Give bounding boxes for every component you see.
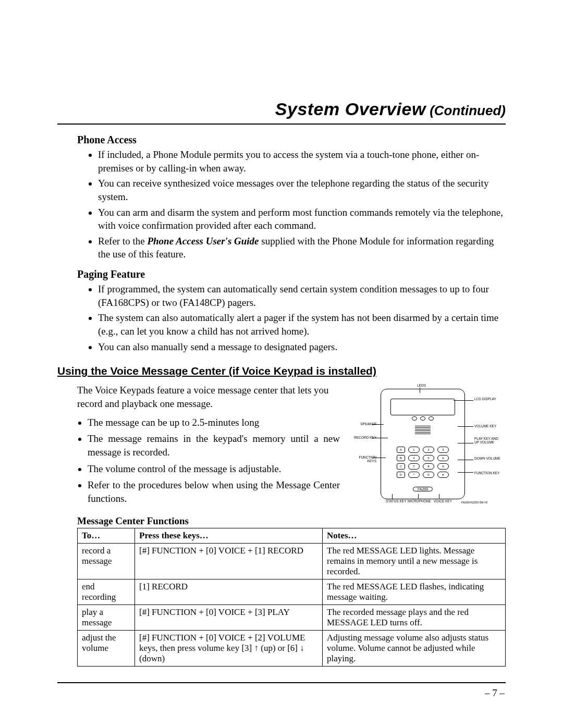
- document-page: System Overview (Continued) Phone Access…: [0, 0, 563, 728]
- cell-to: adjust the volume: [78, 631, 135, 667]
- cell-notes: Adjusting message volume also adjusts st…: [323, 631, 506, 667]
- heading-message-center-functions: Message Center Functions: [77, 515, 506, 527]
- list-item: You can receive synthesized voice messag…: [98, 177, 506, 203]
- heading-phone-access: Phone Access: [77, 134, 506, 146]
- col-header-to: To…: [78, 528, 135, 544]
- label-play-up: PLAY KEY AND UP VOLUME: [474, 437, 500, 444]
- cell-keys: [#] FUNCTION + [0] VOICE + [1] RECORD: [135, 544, 323, 579]
- list-item: You can arm and disarm the system and pe…: [98, 206, 506, 232]
- list-item: The volume control of the message is adj…: [88, 462, 340, 476]
- col-header-keys: Press these keys…: [135, 528, 323, 544]
- table-row: record a message [#] FUNCTION + [0] VOIC…: [78, 544, 506, 579]
- keypad-screen: [390, 399, 455, 415]
- cell-notes: The red MESSAGE LED lights. Message rema…: [323, 544, 506, 579]
- title-divider: [57, 124, 506, 125]
- keypad-model-badge: FA260: [413, 487, 433, 491]
- page-number: – 7 –: [57, 687, 505, 699]
- heading-paging: Paging Feature: [77, 268, 506, 280]
- vmc-text-column: The Voice Keypads feature a voice messag…: [57, 384, 340, 510]
- table-row: adjust the volume [#] FUNCTION + [0] VOI…: [78, 631, 506, 667]
- list-item: Refer to the Phone Access User's Guide s…: [98, 235, 506, 261]
- page-title-block: System Overview (Continued): [57, 99, 506, 119]
- label-part-number: FA260V/6150V-SM-V0: [461, 501, 487, 504]
- label-function-keys: FUNCTION KEYS: [349, 455, 376, 463]
- label-lcd: LCD DISPLAY: [474, 397, 496, 401]
- label-down-volume: DOWN VOLUME: [474, 456, 500, 460]
- table-row: play a message [#] FUNCTION + [0] VOICE …: [78, 605, 506, 631]
- page-title: System Overview: [275, 99, 426, 119]
- message-center-table: To… Press these keys… Notes… record a me…: [77, 528, 506, 667]
- cell-keys: [#] FUNCTION + [0] VOICE + [2] VOLUME ke…: [135, 631, 323, 667]
- table-header-row: To… Press these keys… Notes…: [78, 528, 506, 544]
- cited-guide: Phone Access User's Guide: [147, 236, 259, 246]
- label-status-key: STATUS KEY: [386, 499, 407, 503]
- keypad-diagram: LEDS LCD DISPLAY SPEAKER RECORD KEY FUNC…: [349, 384, 506, 506]
- list-item: The message remains in the keypad's memo…: [88, 432, 340, 459]
- text: Refer to the: [98, 236, 147, 246]
- page-title-continued: (Continued): [426, 103, 506, 118]
- label-voice-key: VOICE KEY: [434, 499, 452, 503]
- keypad-body: A123 B456 C789 D*0# FA260: [381, 389, 465, 499]
- list-item: If programmed, the system can automatica…: [98, 282, 506, 309]
- vmc-two-column: The Voice Keypads feature a voice messag…: [57, 384, 506, 510]
- cell-to: end recording: [78, 579, 135, 605]
- list-item: You can also manually send a message to …: [98, 340, 506, 354]
- cell-notes: The recorded message plays and the red M…: [323, 605, 506, 631]
- footer-divider: [57, 682, 506, 683]
- vmc-intro: The Voice Keypads feature a voice messag…: [77, 384, 340, 410]
- heading-voice-message-center: Using the Voice Message Center (if Voice…: [57, 365, 506, 377]
- label-leds: LEDS: [417, 384, 426, 387]
- phone-access-list: If included, a Phone Module permits you …: [98, 148, 506, 261]
- list-item: If included, a Phone Module permits you …: [98, 148, 506, 175]
- label-microphone: MICROPHONE: [408, 499, 431, 503]
- vmc-list: The message can be up to 2.5-minutes lon…: [88, 416, 340, 505]
- col-header-notes: Notes…: [323, 528, 506, 544]
- list-item: The system can also automatically alert …: [98, 311, 506, 338]
- cell-to: play a message: [78, 605, 135, 631]
- table-row: end recording [1] RECORD The red MESSAGE…: [78, 579, 506, 605]
- label-function-key: FUNCTION KEY: [474, 471, 499, 475]
- list-item: Refer to the procedures below when using…: [88, 478, 340, 505]
- label-volume-key: VOLUME KEY: [474, 424, 496, 428]
- cell-to: record a message: [78, 544, 135, 579]
- list-item: The message can be up to 2.5-minutes lon…: [88, 416, 340, 429]
- cell-notes: The red MESSAGE LED flashes, indicating …: [323, 579, 506, 605]
- cell-keys: [1] RECORD: [135, 579, 323, 605]
- cell-keys: [#] FUNCTION + [0] VOICE + [3] PLAY: [135, 605, 323, 631]
- paging-list: If programmed, the system can automatica…: [98, 282, 506, 353]
